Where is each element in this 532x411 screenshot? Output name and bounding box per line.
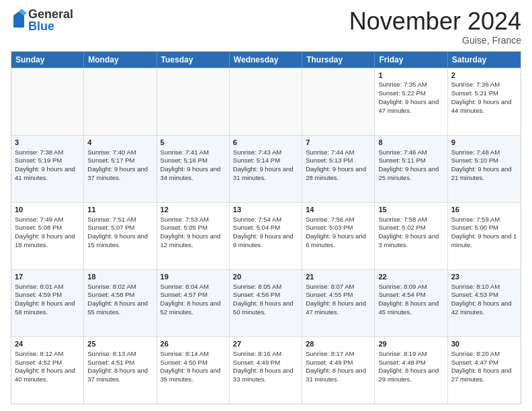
day-cell-24: 24Sunrise: 8:12 AMSunset: 4:52 PMDayligh…: [11, 337, 84, 404]
day-number: 30: [451, 339, 517, 349]
day-info-line: Daylight: 8 hours and 45 minutes.: [378, 300, 443, 317]
day-cell-13: 13Sunrise: 7:54 AMSunset: 5:04 PMDayligh…: [230, 203, 302, 269]
day-info-line: Sunset: 4:47 PM: [451, 359, 517, 367]
day-info-line: Sunrise: 8:13 AM: [87, 350, 152, 359]
day-info-line: Sunrise: 7:54 AM: [233, 216, 298, 224]
day-info-line: Sunrise: 7:38 AM: [15, 148, 80, 157]
day-info-line: Sunrise: 7:44 AM: [306, 148, 371, 157]
day-cell-17: 17Sunrise: 8:01 AMSunset: 4:59 PMDayligh…: [11, 270, 84, 336]
day-info-line: Sunset: 4:50 PM: [161, 359, 226, 367]
day-info-line: Sunset: 5:02 PM: [378, 224, 443, 232]
day-info-line: Sunrise: 7:53 AM: [161, 216, 226, 224]
day-info-line: Daylight: 9 hours and 9 minutes.: [233, 232, 298, 250]
day-info-line: Daylight: 9 hours and 1 minute.: [451, 232, 517, 250]
logo-blue: Blue: [28, 20, 73, 32]
day-info-line: Sunset: 5:00 PM: [451, 224, 517, 232]
logo: General Blue: [11, 8, 73, 32]
header-day-monday: Monday: [84, 52, 157, 68]
day-cell-1: 1Sunrise: 7:35 AMSunset: 5:22 PMDaylight…: [375, 68, 447, 135]
calendar-row-0: 1Sunrise: 7:35 AMSunset: 5:22 PMDaylight…: [11, 68, 521, 135]
day-info-line: Sunrise: 8:04 AM: [161, 283, 226, 291]
day-info-line: Daylight: 9 hours and 3 minutes.: [378, 232, 443, 250]
day-cell-3: 3Sunrise: 7:38 AMSunset: 5:19 PMDaylight…: [11, 136, 84, 202]
day-number: 21: [306, 272, 371, 282]
day-info-line: Daylight: 8 hours and 37 minutes.: [87, 367, 152, 384]
day-cell-8: 8Sunrise: 7:46 AMSunset: 5:11 PMDaylight…: [375, 136, 447, 202]
day-number: 22: [378, 272, 443, 282]
day-info-line: Sunrise: 8:07 AM: [306, 283, 371, 291]
day-info-line: Sunrise: 7:43 AM: [233, 148, 298, 157]
day-info-line: Sunset: 4:57 PM: [161, 291, 226, 300]
day-info-line: Sunset: 5:13 PM: [306, 156, 371, 165]
day-info-line: Sunset: 4:54 PM: [378, 291, 443, 300]
day-info-line: Sunset: 4:49 PM: [306, 359, 371, 367]
calendar-row-2: 10Sunrise: 7:49 AMSunset: 5:08 PMDayligh…: [11, 202, 521, 269]
day-info-line: Daylight: 8 hours and 52 minutes.: [161, 300, 226, 317]
day-number: 28: [306, 339, 371, 349]
day-info-line: Daylight: 9 hours and 47 minutes.: [378, 98, 443, 116]
day-cell-23: 23Sunrise: 8:10 AMSunset: 4:53 PMDayligh…: [448, 270, 521, 336]
day-cell-4: 4Sunrise: 7:40 AMSunset: 5:17 PMDaylight…: [84, 136, 157, 202]
header-day-tuesday: Tuesday: [157, 52, 230, 68]
day-info-line: Sunrise: 7:46 AM: [378, 148, 443, 157]
day-info-line: Sunrise: 8:12 AM: [15, 350, 80, 359]
day-cell-5: 5Sunrise: 7:41 AMSunset: 5:16 PMDaylight…: [157, 136, 230, 202]
day-info-line: Sunset: 5:22 PM: [378, 89, 443, 98]
day-info-line: Sunset: 5:03 PM: [306, 224, 371, 232]
day-info-line: Sunset: 5:07 PM: [87, 224, 152, 232]
day-info-line: Sunrise: 8:14 AM: [161, 350, 226, 359]
day-cell-2: 2Sunrise: 7:36 AMSunset: 5:21 PMDaylight…: [448, 68, 521, 135]
day-info-line: Sunrise: 7:51 AM: [87, 216, 152, 224]
day-number: 11: [87, 205, 152, 215]
header-day-sunday: Sunday: [11, 52, 84, 68]
day-info-line: Daylight: 9 hours and 18 minutes.: [15, 232, 80, 250]
day-number: 20: [233, 272, 298, 282]
day-number: 5: [161, 138, 226, 148]
day-info-line: Sunset: 5:08 PM: [15, 224, 80, 232]
day-info-line: Daylight: 8 hours and 29 minutes.: [378, 367, 443, 384]
calendar-header: SundayMondayTuesdayWednesdayThursdayFrid…: [11, 52, 521, 68]
logo-text: General Blue: [28, 8, 73, 32]
day-info-line: Daylight: 8 hours and 31 minutes.: [306, 367, 371, 384]
day-info-line: Daylight: 9 hours and 12 minutes.: [161, 232, 226, 250]
day-number: 1: [378, 71, 443, 81]
empty-cell: [84, 68, 157, 135]
day-number: 23: [451, 272, 517, 282]
day-info-line: Daylight: 8 hours and 40 minutes.: [15, 367, 80, 384]
day-number: 13: [233, 205, 298, 215]
day-info-line: Sunset: 5:19 PM: [15, 156, 80, 165]
day-info-line: Sunrise: 8:09 AM: [378, 283, 443, 291]
day-cell-18: 18Sunrise: 8:02 AMSunset: 4:58 PMDayligh…: [84, 270, 157, 336]
title-block: November 2024 Guise, France: [349, 8, 521, 46]
day-info-line: Sunset: 4:59 PM: [15, 291, 80, 300]
day-info-line: Daylight: 8 hours and 35 minutes.: [161, 367, 226, 384]
day-info-line: Daylight: 9 hours and 41 minutes.: [15, 165, 80, 183]
day-number: 29: [378, 339, 443, 349]
day-number: 24: [15, 339, 80, 349]
day-number: 25: [87, 339, 152, 349]
day-number: 2: [451, 71, 517, 81]
day-cell-7: 7Sunrise: 7:44 AMSunset: 5:13 PMDaylight…: [302, 136, 375, 202]
day-number: 27: [233, 339, 298, 349]
empty-cell: [302, 68, 375, 135]
day-info-line: Sunset: 4:48 PM: [378, 359, 443, 367]
day-cell-28: 28Sunrise: 8:17 AMSunset: 4:49 PMDayligh…: [302, 337, 375, 404]
day-info-line: Daylight: 8 hours and 55 minutes.: [87, 300, 152, 317]
day-number: 8: [378, 138, 443, 148]
day-info-line: Sunrise: 7:58 AM: [378, 216, 443, 224]
day-info-line: Sunrise: 7:59 AM: [451, 216, 517, 224]
day-number: 17: [15, 272, 80, 282]
day-cell-15: 15Sunrise: 7:58 AMSunset: 5:02 PMDayligh…: [375, 203, 447, 269]
day-info-line: Sunrise: 8:16 AM: [233, 350, 298, 359]
day-number: 14: [306, 205, 371, 215]
day-number: 19: [161, 272, 226, 282]
day-cell-12: 12Sunrise: 7:53 AMSunset: 5:05 PMDayligh…: [157, 203, 230, 269]
day-info-line: Daylight: 8 hours and 50 minutes.: [233, 300, 298, 317]
day-number: 12: [161, 205, 226, 215]
calendar-row-3: 17Sunrise: 8:01 AMSunset: 4:59 PMDayligh…: [11, 269, 521, 336]
day-number: 18: [87, 272, 152, 282]
day-info-line: Sunset: 4:52 PM: [15, 359, 80, 367]
day-cell-20: 20Sunrise: 8:05 AMSunset: 4:56 PMDayligh…: [230, 270, 302, 336]
day-info-line: Daylight: 8 hours and 47 minutes.: [306, 300, 371, 317]
day-info-line: Sunset: 4:53 PM: [451, 291, 517, 300]
